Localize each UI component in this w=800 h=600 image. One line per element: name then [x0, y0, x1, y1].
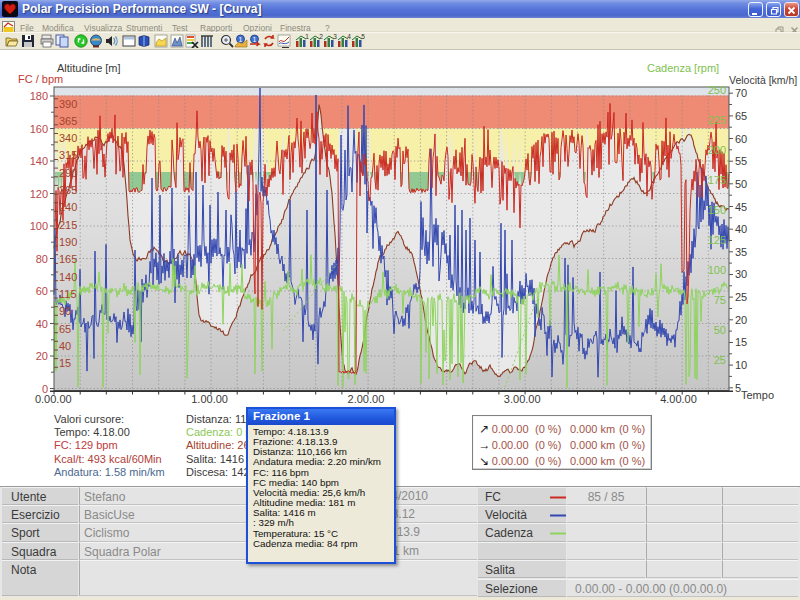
svg-text:65: 65 [59, 323, 71, 335]
svg-text:115: 115 [59, 288, 77, 300]
svg-text:65: 65 [735, 110, 747, 122]
svg-text:1.00.00: 1.00.00 [191, 393, 228, 405]
svg-text:25: 25 [735, 291, 747, 303]
svg-text:70: 70 [735, 87, 747, 99]
svg-text:140: 140 [59, 271, 77, 283]
svg-text:4.00.00: 4.00.00 [660, 393, 697, 405]
svg-text:60: 60 [36, 285, 48, 297]
svg-text:250: 250 [708, 84, 726, 96]
svg-text:265: 265 [59, 184, 77, 196]
svg-text:3.00.00: 3.00.00 [504, 393, 541, 405]
svg-text:140: 140 [30, 155, 48, 167]
svg-text:90: 90 [59, 305, 71, 317]
svg-text:80: 80 [36, 253, 48, 265]
svg-text:175: 175 [708, 174, 726, 186]
svg-text:15: 15 [59, 357, 71, 369]
svg-text:120: 120 [30, 188, 48, 200]
svg-text:45: 45 [735, 201, 747, 213]
svg-text:365: 365 [59, 115, 77, 127]
svg-text:5: 5 [735, 382, 741, 394]
svg-text:1: 1 [253, 36, 257, 43]
svg-text:290: 290 [59, 167, 77, 179]
svg-text:1: 1 [239, 36, 243, 43]
svg-text:390: 390 [59, 98, 77, 110]
svg-text:0.00.00: 0.00.00 [35, 393, 72, 405]
svg-text:50: 50 [735, 178, 747, 190]
svg-text:20: 20 [735, 314, 747, 326]
svg-text:150: 150 [708, 204, 726, 216]
svg-text:200: 200 [708, 144, 726, 156]
svg-text:315: 315 [59, 149, 77, 161]
svg-text:30: 30 [735, 268, 747, 280]
svg-text:40: 40 [36, 318, 48, 330]
svg-text:60: 60 [735, 133, 747, 145]
svg-text:190: 190 [59, 236, 77, 248]
svg-text:215: 215 [59, 219, 77, 231]
svg-text:15: 15 [735, 336, 747, 348]
svg-text:5: 5 [361, 34, 365, 40]
svg-text:160: 160 [30, 123, 48, 135]
svg-text:10: 10 [735, 359, 747, 371]
svg-text:240: 240 [59, 201, 77, 213]
svg-text:75: 75 [714, 294, 726, 306]
svg-text:35: 35 [735, 246, 747, 258]
svg-text:55: 55 [735, 155, 747, 167]
svg-text:340: 340 [59, 132, 77, 144]
svg-text:225: 225 [708, 114, 726, 126]
svg-text:125: 125 [708, 234, 726, 246]
svg-text:180: 180 [30, 90, 48, 102]
svg-text:2.00.00: 2.00.00 [348, 393, 385, 405]
svg-text:165: 165 [59, 253, 77, 265]
svg-text:25: 25 [714, 354, 726, 366]
svg-text:20: 20 [36, 350, 48, 362]
svg-text:40: 40 [59, 340, 71, 352]
svg-text:40: 40 [735, 223, 747, 235]
svg-text:100: 100 [30, 220, 48, 232]
svg-text:50: 50 [714, 324, 726, 336]
svg-text:100: 100 [708, 264, 726, 276]
